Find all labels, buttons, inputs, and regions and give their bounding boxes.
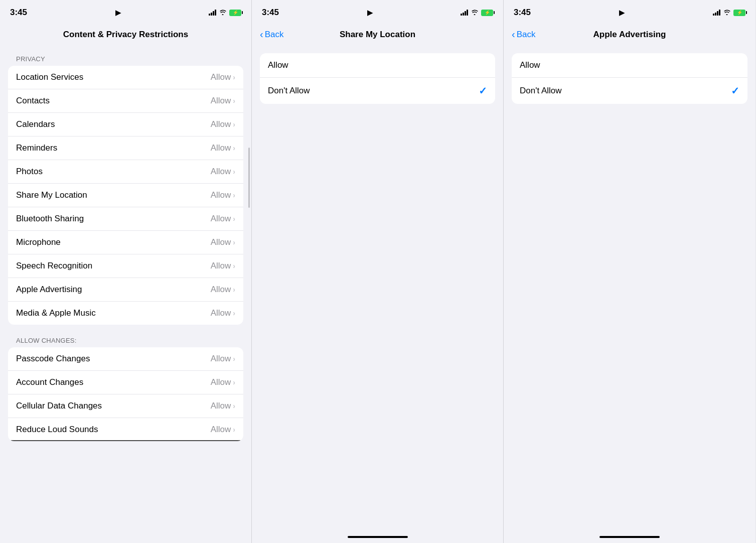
status-icons-3: ⚡ [713, 9, 745, 17]
chevron-right-icon: › [233, 97, 235, 105]
chevron-right-icon: › [233, 262, 235, 270]
battery-icon-1: ⚡ [229, 10, 241, 16]
chevron-right-icon: › [233, 238, 235, 246]
chevron-right-icon: › [233, 309, 235, 317]
chevron-right-icon: › [233, 378, 235, 386]
chevron-right-icon: › [233, 120, 235, 128]
nav-bar-1: Content & Privacy Restrictions [0, 22, 251, 47]
list-item[interactable]: Photos Allow › [8, 160, 243, 184]
section-label-privacy: PRIVACY [0, 47, 251, 66]
home-indicator-3 [599, 536, 660, 538]
list-item[interactable]: Contacts Allow › [8, 89, 243, 113]
home-indicator-2 [348, 536, 408, 538]
back-button-2[interactable]: ‹ Back [260, 29, 283, 40]
chevron-left-icon-3: ‹ [512, 29, 515, 40]
chevron-right-icon: › [233, 191, 235, 199]
checkmark-icon-3: ✓ [731, 85, 739, 97]
option-allow[interactable]: Allow [260, 53, 495, 78]
share-location-options: Allow Don't Allow ✓ [260, 53, 495, 104]
signal-icon-3 [713, 10, 720, 16]
list-item[interactable]: Apple Advertising Allow › [8, 278, 243, 302]
panel-share-location: 3:45 ▶ ⚡ ‹ Back Share My Location Allow [252, 0, 504, 543]
signal-icon-1 [209, 10, 216, 16]
wifi-icon-2 [471, 9, 479, 17]
status-time-3: 3:45 [514, 8, 531, 18]
chevron-right-icon: › [233, 144, 235, 152]
option-dont-allow[interactable]: Don't Allow ✓ [260, 78, 495, 104]
list-item[interactable]: Passcode Changes Allow › [8, 347, 243, 371]
list-item[interactable]: Speech Recognition Allow › [8, 254, 243, 278]
list-item[interactable]: Media & Apple Music Allow › [8, 302, 243, 325]
back-label-3: Back [517, 30, 536, 40]
battery-icon-3: ⚡ [733, 10, 745, 16]
option-dont-allow-3[interactable]: Don't Allow ✓ [512, 78, 747, 104]
list-item[interactable]: Microphone Allow › [8, 231, 243, 254]
list-item[interactable]: Reduce Loud Sounds Allow › [8, 418, 243, 441]
list-item[interactable]: Location Services Allow › [8, 66, 243, 89]
status-time-2: 3:45 [262, 8, 279, 18]
panel-apple-advertising: 3:45 ▶ ⚡ ‹ Back Apple Advertising Allow [504, 0, 755, 543]
apple-advertising-options: Allow Don't Allow ✓ [512, 53, 747, 104]
status-icons-1: ⚡ [209, 9, 241, 17]
chevron-left-icon: ‹ [260, 29, 263, 40]
chevron-right-icon: › [233, 355, 235, 363]
location-arrow-1: ▶ [115, 9, 121, 17]
status-bar-1: 3:45 ▶ ⚡ [0, 0, 251, 22]
list-item[interactable]: Reminders Allow › [8, 137, 243, 160]
list-item[interactable]: Bluetooth Sharing Allow › [8, 207, 243, 231]
page-title-3: Apple Advertising [593, 30, 666, 40]
list-item[interactable]: Cellular Data Changes Allow › [8, 394, 243, 418]
privacy-list: Location Services Allow › Contacts Allow… [8, 66, 243, 325]
status-bar-3: 3:45 ▶ ⚡ [504, 0, 755, 22]
scroll-indicator-1[interactable] [248, 148, 250, 208]
nav-bar-2: ‹ Back Share My Location [252, 22, 503, 47]
location-arrow-3: ▶ [619, 9, 625, 17]
panel-content-privacy: 3:45 ▶ ⚡ Content & Privacy Restrictions … [0, 0, 252, 543]
status-icons-2: ⚡ [461, 9, 493, 17]
status-time-1: 3:45 [10, 8, 27, 18]
option-allow-label: Allow [268, 60, 288, 70]
option-allow-3[interactable]: Allow [512, 53, 747, 78]
chevron-right-icon: › [233, 426, 235, 434]
option-dont-allow-label-3: Don't Allow [520, 86, 562, 96]
location-arrow-2: ▶ [367, 9, 373, 17]
chevron-right-icon: › [233, 215, 235, 223]
battery-icon-2: ⚡ [481, 10, 493, 16]
wifi-icon-1 [219, 9, 227, 17]
allow-changes-list: Passcode Changes Allow › Account Changes… [8, 347, 243, 441]
signal-icon-2 [461, 10, 468, 16]
list-item[interactable]: Account Changes Allow › [8, 371, 243, 394]
option-dont-allow-label: Don't Allow [268, 86, 310, 96]
page-title-2: Share My Location [340, 30, 415, 40]
status-bar-2: 3:45 ▶ ⚡ [252, 0, 503, 22]
chevron-right-icon: › [233, 286, 235, 294]
option-allow-label-3: Allow [520, 60, 540, 70]
list-item[interactable]: Calendars Allow › [8, 113, 243, 137]
wifi-icon-3 [723, 9, 731, 17]
chevron-right-icon: › [233, 168, 235, 176]
chevron-right-icon: › [233, 402, 235, 410]
page-title-1: Content & Privacy Restrictions [63, 30, 188, 40]
back-button-3[interactable]: ‹ Back [512, 29, 535, 40]
chevron-right-icon: › [233, 73, 235, 81]
list-item[interactable]: Share My Location Allow › [8, 184, 243, 207]
nav-bar-3: ‹ Back Apple Advertising [504, 22, 755, 47]
checkmark-icon: ✓ [479, 85, 487, 97]
back-label-2: Back [265, 30, 284, 40]
section-label-allow-changes: ALLOW CHANGES: [0, 329, 251, 347]
